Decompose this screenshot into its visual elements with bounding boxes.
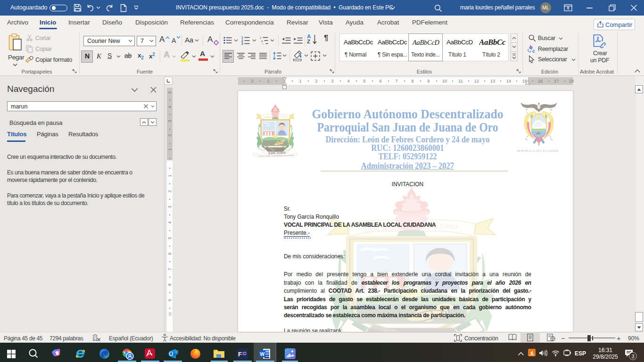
svg-text:c: c [532, 49, 535, 53]
svg-text:F: F [238, 351, 242, 358]
svg-text:a: a [261, 40, 263, 42]
svg-text:3: 3 [241, 42, 243, 45]
svg-text:1: 1 [260, 36, 262, 39]
svg-text:i: i [263, 42, 263, 45]
svg-text:W: W [260, 351, 264, 357]
